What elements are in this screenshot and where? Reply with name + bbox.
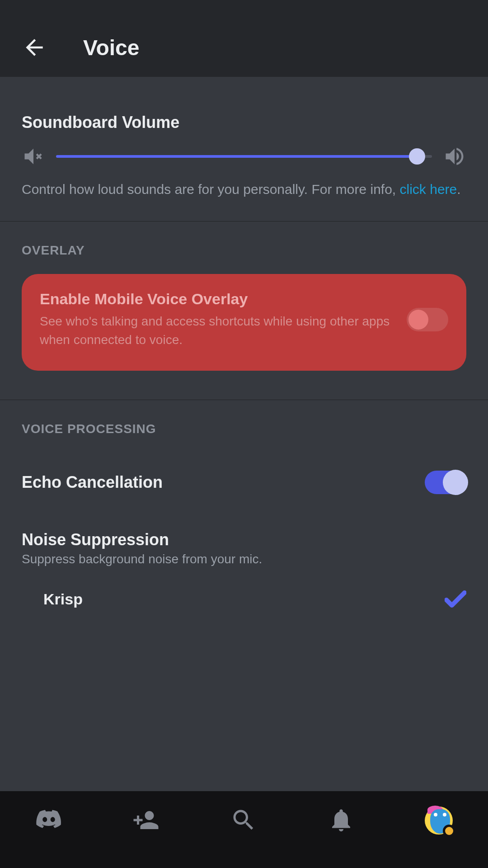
volume-mute-icon[interactable] bbox=[22, 145, 45, 168]
voice-processing-header: VOICE PROCESSING bbox=[22, 422, 466, 436]
echo-cancellation-toggle[interactable] bbox=[425, 471, 466, 494]
noise-suppression-option-krisp[interactable]: Krisp bbox=[22, 571, 466, 627]
check-icon bbox=[445, 589, 466, 609]
click-here-link[interactable]: click here bbox=[400, 182, 457, 197]
mobile-voice-overlay-toggle[interactable] bbox=[407, 308, 448, 331]
nav-home-icon[interactable] bbox=[35, 807, 62, 834]
soundboard-slider-row bbox=[22, 145, 466, 168]
echo-cancellation-title: Echo Cancellation bbox=[22, 473, 163, 492]
slider-thumb[interactable] bbox=[409, 148, 425, 165]
bottom-nav bbox=[0, 791, 488, 868]
nav-profile-avatar[interactable] bbox=[425, 807, 453, 835]
option-label: Krisp bbox=[43, 590, 83, 608]
nav-notifications-icon[interactable] bbox=[328, 807, 355, 834]
noise-suppression-desc: Suppress background noise from your mic. bbox=[22, 552, 466, 566]
soundboard-volume-slider[interactable] bbox=[56, 155, 432, 158]
mobile-voice-overlay-card[interactable]: Enable Mobile Voice Overlay See who's ta… bbox=[22, 274, 466, 371]
noise-suppression-row: Noise Suppression Suppress background no… bbox=[22, 512, 466, 571]
overlay-card-title: Enable Mobile Voice Overlay bbox=[40, 290, 396, 308]
noise-suppression-title: Noise Suppression bbox=[22, 530, 466, 549]
nav-search-icon[interactable] bbox=[230, 807, 257, 834]
echo-cancellation-row[interactable]: Echo Cancellation bbox=[22, 453, 466, 512]
overlay-card-text: Enable Mobile Voice Overlay See who's ta… bbox=[40, 290, 396, 349]
overlay-card-desc: See who's talking and access shortcuts w… bbox=[40, 312, 396, 349]
overlay-section: OVERLAY Enable Mobile Voice Overlay See … bbox=[0, 221, 488, 400]
period: . bbox=[457, 182, 460, 197]
toggle-knob bbox=[443, 470, 468, 495]
avatar-status-idle-icon bbox=[443, 825, 455, 837]
soundboard-desc-text: Control how loud sounds are for you pers… bbox=[22, 182, 400, 197]
back-arrow-icon[interactable] bbox=[22, 35, 47, 60]
voice-processing-section: VOICE PROCESSING Echo Cancellation Noise… bbox=[0, 400, 488, 649]
toggle-knob bbox=[408, 310, 428, 330]
soundboard-section: Soundboard Volume Control how loud sound… bbox=[0, 77, 488, 221]
nav-friends-icon[interactable] bbox=[132, 807, 160, 834]
page-title: Voice bbox=[83, 35, 140, 60]
header: Voice bbox=[0, 0, 488, 77]
soundboard-description: Control how loud sounds are for you pers… bbox=[22, 179, 466, 199]
overlay-section-header: OVERLAY bbox=[22, 243, 466, 258]
soundboard-title: Soundboard Volume bbox=[22, 113, 466, 132]
volume-max-icon[interactable] bbox=[443, 145, 466, 168]
